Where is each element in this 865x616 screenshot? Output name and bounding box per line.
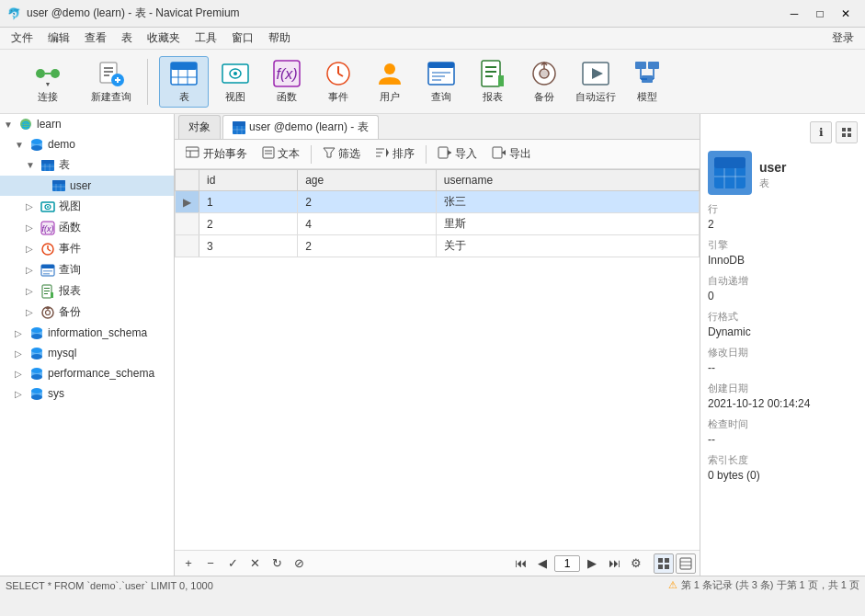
prev-page-button[interactable]: ◀ xyxy=(532,553,552,574)
svg-text:🌐: 🌐 xyxy=(21,120,30,130)
cell-id-3[interactable]: 3 xyxy=(199,235,298,257)
confirm-button[interactable]: ✓ xyxy=(222,553,243,574)
sidebar-item-demo[interactable]: ▼ demo xyxy=(0,134,174,154)
menu-edit[interactable]: 编辑 xyxy=(40,29,77,48)
autorun-button[interactable]: 自动运行 xyxy=(571,56,620,108)
svg-rect-34 xyxy=(498,75,504,86)
tree-arrow-demo: ▼ xyxy=(15,140,26,150)
col-header-age[interactable]: age xyxy=(298,170,437,191)
cell-id-2[interactable]: 2 xyxy=(199,213,298,235)
filter-button[interactable]: 筛选 xyxy=(317,144,366,164)
tab-objects[interactable]: 对象 xyxy=(178,115,221,139)
rp-prop-rows-value: 2 xyxy=(708,218,858,231)
func-icon: f(x) xyxy=(272,59,302,88)
settings-button[interactable]: ⚙ xyxy=(626,553,646,574)
grid-view-button[interactable] xyxy=(654,553,674,574)
user-button[interactable]: 用户 xyxy=(365,56,415,108)
begin-tx-label: 开始事务 xyxy=(203,146,247,162)
model-button[interactable]: 模型 xyxy=(622,56,672,108)
sidebar-item-backup-cat[interactable]: ▷ 备份 xyxy=(0,302,174,323)
maximize-button[interactable]: □ xyxy=(808,5,832,23)
first-page-button[interactable]: ⏮ xyxy=(510,553,530,574)
svg-rect-116 xyxy=(658,565,663,569)
connect-button[interactable]: ▼ 连接 xyxy=(11,56,85,108)
sidebar-item-report-cat[interactable]: ▷ 报表 xyxy=(0,280,174,302)
newquery-button[interactable]: 新建查询 xyxy=(86,56,136,108)
sidebar-item-perf-schema[interactable]: ▷ performance_schema xyxy=(0,363,174,383)
next-page-button[interactable]: ▶ xyxy=(582,553,602,574)
table-button[interactable]: 表 xyxy=(159,56,209,108)
menu-table[interactable]: 表 xyxy=(114,29,140,48)
autorun-label: 自动运行 xyxy=(575,90,616,104)
sidebar-label-table-cat: 表 xyxy=(59,157,70,173)
cell-username-1[interactable]: 张三 xyxy=(436,191,699,213)
sidebar-label-perf-schema: performance_schema xyxy=(48,367,154,380)
menu-file[interactable]: 文件 xyxy=(4,29,40,48)
cell-username-2[interactable]: 里斯 xyxy=(436,213,699,235)
func-button[interactable]: f(x) 函数 xyxy=(262,56,312,108)
delete-button[interactable]: ⊘ xyxy=(289,553,309,574)
backup-button[interactable]: 备份 xyxy=(519,56,569,108)
table-row[interactable]: 3 2 关于 xyxy=(176,235,700,257)
login-button[interactable]: 登录 xyxy=(825,29,861,48)
form-view-button[interactable] xyxy=(676,553,696,574)
table-row[interactable]: ▶ 1 2 张三 xyxy=(176,191,700,213)
menu-window[interactable]: 窗口 xyxy=(224,29,261,48)
tree-arrow-view-cat: ▷ xyxy=(26,201,37,211)
close-button[interactable]: ✕ xyxy=(834,5,858,23)
col-header-id[interactable]: id xyxy=(199,170,298,191)
col-header-username[interactable]: username xyxy=(436,170,699,191)
discard-button[interactable]: ✕ xyxy=(245,553,265,574)
cell-age-1[interactable]: 2 xyxy=(298,191,437,213)
cell-age-2[interactable]: 4 xyxy=(298,213,437,235)
tree-arrow-backup-cat: ▷ xyxy=(26,307,37,317)
rp-info-button[interactable]: ℹ xyxy=(810,121,832,143)
menu-view[interactable]: 查看 xyxy=(77,29,114,48)
sidebar-item-sys[interactable]: ▷ sys xyxy=(0,383,174,404)
sidebar-item-view-cat[interactable]: ▷ 视图 xyxy=(0,196,174,217)
event-button[interactable]: 事件 xyxy=(313,56,363,108)
rp-grid-button[interactable] xyxy=(836,121,858,143)
tree-arrow-info: ▷ xyxy=(15,328,26,338)
sidebar-item-mysql[interactable]: ▷ mysql xyxy=(0,343,174,363)
minimize-button[interactable]: ─ xyxy=(782,5,806,23)
row-arrow-3 xyxy=(176,235,199,257)
query-button[interactable]: 查询 xyxy=(416,56,466,108)
sidebar-item-table-category[interactable]: ▼ 表 xyxy=(0,154,174,176)
view-button[interactable]: 视图 xyxy=(211,56,260,108)
svg-rect-30 xyxy=(482,61,500,86)
sidebar-item-event-cat[interactable]: ▷ 事件 xyxy=(0,238,174,259)
sidebar-item-func-cat[interactable]: ▷ f(x) 函数 xyxy=(0,217,174,238)
tab-table-user[interactable]: user @demo (learn) - 表 xyxy=(222,115,379,139)
sidebar-item-learn[interactable]: ▼ 🌐 learn xyxy=(0,114,174,134)
page-input[interactable] xyxy=(554,555,580,572)
rp-prop-create-date-label: 创建日期 xyxy=(708,382,858,395)
export-button[interactable]: 导出 xyxy=(486,144,537,164)
import-button[interactable]: 导入 xyxy=(432,144,483,164)
sidebar-item-user-table[interactable]: user xyxy=(0,176,174,196)
report-button[interactable]: 报表 xyxy=(468,56,518,108)
cell-username-3[interactable]: 关于 xyxy=(436,235,699,257)
cell-id-1[interactable]: 1 xyxy=(199,191,298,213)
rp-prop-engine: 引擎 InnoDB xyxy=(708,238,858,267)
menu-favorites[interactable]: 收藏夹 xyxy=(140,29,188,48)
sidebar-item-query-cat[interactable]: ▷ 查询 xyxy=(0,259,174,280)
import-icon xyxy=(438,146,452,162)
sidebar-label-info-schema: information_schema xyxy=(48,326,147,339)
table-row[interactable]: 2 4 里斯 xyxy=(176,213,700,235)
text-button[interactable]: 文本 xyxy=(256,144,305,164)
refresh-button[interactable]: ↻ xyxy=(267,553,287,574)
sort-button[interactable]: 排序 xyxy=(370,144,420,164)
begin-tx-button[interactable]: 开始事务 xyxy=(180,144,253,164)
rp-prop-check-time-label: 检查时间 xyxy=(708,417,858,431)
add-row-button[interactable]: + xyxy=(178,553,199,574)
last-page-button[interactable]: ⏭ xyxy=(604,553,624,574)
menu-tools[interactable]: 工具 xyxy=(188,29,224,48)
action-sep-1 xyxy=(311,145,312,164)
cell-age-3[interactable]: 2 xyxy=(298,235,437,257)
sidebar-item-info-schema[interactable]: ▷ information_schema xyxy=(0,323,174,343)
export-label: 导出 xyxy=(509,146,531,162)
menu-help[interactable]: 帮助 xyxy=(261,29,298,48)
import-label: 导入 xyxy=(455,146,477,162)
remove-row-button[interactable]: − xyxy=(200,553,221,574)
